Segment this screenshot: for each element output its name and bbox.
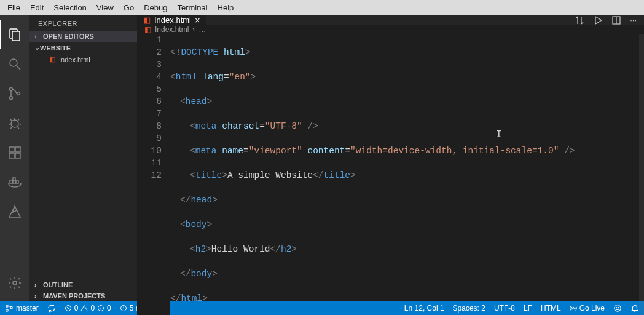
menu-selection[interactable]: Selection (49, 3, 91, 12)
menubar: File Edit Selection View Go Debug Termin… (0, 0, 644, 15)
activity-bar (0, 15, 29, 301)
chevron-right-icon: › (192, 25, 195, 34)
editor-actions: ··· (567, 15, 644, 25)
svg-rect-8 (9, 147, 14, 152)
svg-point-6 (17, 92, 20, 95)
gutter: 123456789101112 (137, 34, 170, 315)
svg-line-3 (17, 66, 20, 70)
status-problems[interactable]: 0 0 0 (65, 304, 111, 313)
svg-point-7 (11, 120, 18, 127)
svg-rect-13 (13, 181, 15, 183)
run-icon[interactable] (593, 15, 603, 25)
menu-go[interactable]: Go (119, 3, 139, 12)
sidebar-title: EXPLORER (29, 15, 137, 31)
svg-point-19 (6, 305, 9, 308)
docker-icon[interactable] (0, 167, 29, 197)
svg-point-16 (13, 281, 17, 285)
settings-gear-icon[interactable] (0, 268, 29, 298)
split-editor-icon[interactable] (611, 15, 621, 25)
azure-icon[interactable] (0, 197, 29, 226)
extensions-icon[interactable] (0, 138, 29, 167)
minimap[interactable] (639, 34, 644, 315)
svg-rect-11 (15, 147, 20, 152)
breadcrumb-more: … (198, 25, 206, 34)
svg-point-4 (10, 88, 13, 91)
outline-label: OUTLINE (43, 281, 73, 289)
breadcrumb[interactable]: ◧ Index.html › … (137, 25, 644, 34)
svg-rect-14 (16, 181, 18, 183)
file-item-index[interactable]: ◧ Index.html (29, 54, 137, 65)
sidebar: EXPLORER › OPEN EDITORS ⌄ WEBSITE ◧ Inde… (29, 15, 137, 301)
menu-terminal[interactable]: Terminal (172, 3, 212, 12)
svg-point-5 (10, 97, 13, 100)
source-control-icon[interactable] (0, 79, 29, 108)
more-icon[interactable]: ··· (630, 15, 637, 25)
html-file-icon: ◧ (144, 25, 151, 34)
open-editors-section[interactable]: › OPEN EDITORS (29, 31, 137, 42)
menu-file[interactable]: File (2, 3, 25, 12)
maven-section[interactable]: › MAVEN PROJECTS (29, 290, 137, 301)
explorer-icon[interactable] (0, 20, 29, 49)
tab-bar: ◧ Index.html × ··· (137, 15, 644, 25)
folder-name: WEBSITE (40, 44, 71, 52)
svg-point-2 (10, 59, 17, 66)
code-text[interactable]: <!DOCTYPE html> <html lang="en"> <head> … (170, 34, 644, 315)
file-label: Index.html (59, 56, 90, 63)
code-editor[interactable]: 123456789101112 <!DOCTYPE html> <html la… (137, 34, 644, 315)
chevron-right-icon: › (34, 292, 43, 300)
outline-section[interactable]: › OUTLINE (29, 279, 137, 290)
chevron-right-icon: › (34, 281, 43, 289)
html-file-icon: ◧ (49, 55, 55, 63)
open-editors-label: OPEN EDITORS (43, 33, 94, 40)
svg-point-20 (6, 309, 9, 312)
compare-icon[interactable] (575, 15, 584, 25)
tab-label: Index.html (154, 15, 191, 25)
breadcrumb-file: Index.html (155, 25, 189, 34)
folder-header[interactable]: ⌄ WEBSITE (29, 42, 137, 54)
svg-rect-9 (9, 153, 14, 158)
tab-index-html[interactable]: ◧ Index.html × (137, 15, 207, 25)
search-icon[interactable] (0, 49, 29, 79)
menu-view[interactable]: View (92, 3, 119, 12)
debug-icon[interactable] (0, 108, 29, 138)
svg-rect-1 (12, 31, 20, 41)
maven-label: MAVEN PROJECTS (43, 292, 105, 300)
svg-rect-12 (10, 181, 12, 183)
chevron-right-icon: › (34, 33, 43, 40)
status-branch[interactable]: master (5, 304, 39, 313)
menu-debug[interactable]: Debug (139, 3, 172, 12)
status-sync-icon[interactable] (47, 304, 56, 313)
editor-area: ◧ Index.html × ··· ◧ Index.html › … 1234… (137, 15, 644, 301)
svg-rect-10 (15, 153, 20, 158)
menu-edit[interactable]: Edit (25, 3, 49, 12)
chevron-down-icon: ⌄ (34, 44, 40, 52)
html-file-icon: ◧ (143, 15, 151, 25)
svg-rect-15 (13, 178, 15, 180)
close-icon[interactable]: × (195, 15, 200, 25)
menu-help[interactable]: Help (213, 3, 239, 12)
